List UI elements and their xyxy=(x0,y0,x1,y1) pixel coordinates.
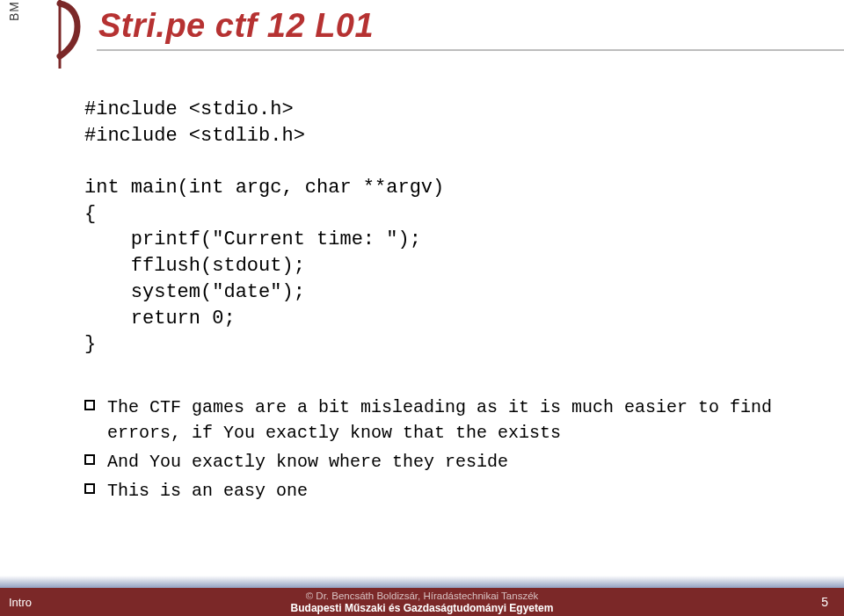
bullet-square-icon xyxy=(84,400,95,410)
code-line: } xyxy=(84,333,96,355)
bullet-text: The CTF games are a bit misleading as it… xyxy=(107,395,802,446)
slide-footer: Intro © Dr. Bencsáth Boldizsár, Híradást… xyxy=(0,576,844,616)
code-line: { xyxy=(84,203,96,225)
slide-header: BME Stri.pe ctf 12 L01 xyxy=(0,0,844,70)
footer-bar: Intro © Dr. Bencsáth Boldizsár, Híradást… xyxy=(0,588,844,616)
code-line: system("date"); xyxy=(84,281,305,303)
slide-content: #include <stdio.h> #include <stdlib.h> i… xyxy=(84,97,802,507)
footer-credits: © Dr. Bencsáth Boldizsár, Híradástechnik… xyxy=(0,590,844,615)
code-line: #include <stdio.h> xyxy=(84,98,294,120)
bme-vertical-label: BME xyxy=(7,0,21,21)
page-number: 5 xyxy=(821,595,828,609)
code-line: printf("Current time: "); xyxy=(84,228,421,250)
code-block: #include <stdio.h> #include <stdlib.h> i… xyxy=(84,97,802,358)
bullet-square-icon xyxy=(84,454,95,465)
bullet-square-icon xyxy=(84,483,95,494)
code-line: #include <stdlib.h> xyxy=(84,125,305,147)
bme-logo-icon xyxy=(32,0,88,69)
bullet-list: The CTF games are a bit misleading as it… xyxy=(84,395,802,504)
bullet-text: And You exactly know where they reside xyxy=(107,449,802,475)
code-line: return 0; xyxy=(84,308,236,330)
list-item: This is an easy one xyxy=(84,478,802,504)
list-item: And You exactly know where they reside xyxy=(84,449,802,475)
list-item: The CTF games are a bit misleading as it… xyxy=(84,395,802,446)
code-line: fflush(stdout); xyxy=(84,255,305,277)
footer-gradient xyxy=(0,576,844,588)
code-line: int main(int argc, char **argv) xyxy=(84,177,444,199)
title-underline xyxy=(97,49,844,51)
bullet-text: This is an easy one xyxy=(107,478,802,504)
slide-title: Stri.pe ctf 12 L01 xyxy=(98,7,374,45)
footer-author-line: © Dr. Bencsáth Boldizsár, Híradástechnik… xyxy=(0,590,844,602)
footer-institution-line: Budapesti Műszaki és Gazdaságtudományi E… xyxy=(0,602,844,615)
